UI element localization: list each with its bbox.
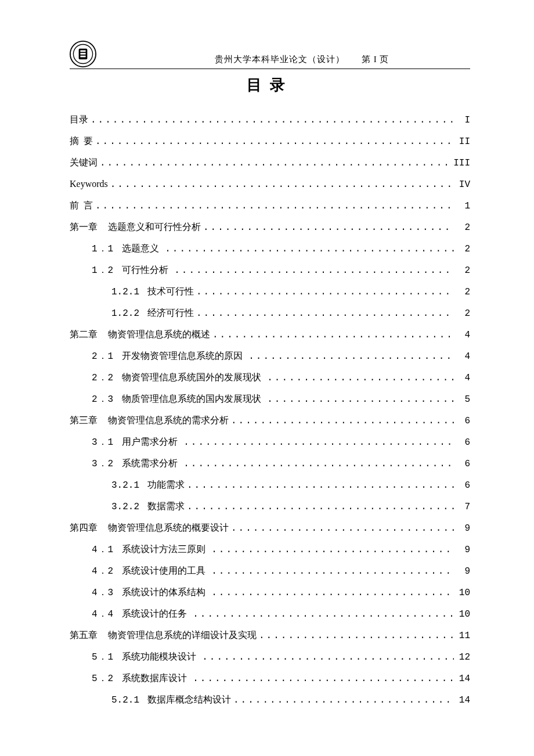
svg-rect-4: [80, 53, 85, 55]
toc-entry: 摘 要II: [70, 131, 470, 152]
toc-entry-number: 3.2.2: [111, 496, 139, 517]
toc-leader-dots: [194, 303, 454, 324]
toc-entry: 1．1选题意义2: [70, 238, 470, 260]
toc-entry-page: II: [454, 131, 470, 152]
toc-leader-dots: [200, 647, 454, 668]
toc-entry-page: 2: [454, 303, 470, 324]
toc-entry-label: 关键词: [70, 152, 98, 173]
toc-leader-dots: [209, 539, 454, 560]
toc-leader-dots: [265, 368, 454, 388]
toc-entry-number: 2．1: [92, 346, 114, 367]
toc-entry-page: 9: [454, 561, 470, 582]
toc-entry-number: 第一章: [70, 217, 98, 238]
toc-entry-label: 数据库概念结构设计: [147, 689, 231, 710]
toc-entry-page: 12: [454, 647, 470, 668]
toc-entry: 3.2.2数据需求7: [70, 496, 470, 517]
toc-leader-dots: [194, 282, 454, 303]
toc-entry-label: 系统设计使用的工具: [122, 560, 205, 581]
toc-entry: 1.2.1技术可行性2: [70, 281, 470, 303]
toc-leader-dots: [210, 325, 454, 345]
toc-entry-number: 4．3: [92, 582, 114, 603]
header-right: 第 I 页: [362, 55, 389, 64]
toc-entry-number: 第三章: [70, 411, 98, 431]
toc-entry-label: 开发物资管理信息系统的原因: [122, 345, 243, 366]
header-left: 贵州大学本科毕业论文（设计）: [215, 55, 345, 64]
toc-entry-label: 物资管理信息系统的概述: [108, 324, 210, 345]
toc-leader-dots: [246, 346, 454, 367]
toc-entry: 关键词III: [70, 152, 470, 174]
toc-entry-label: 经济可行性: [147, 303, 194, 323]
toc-entry-page: 2: [454, 260, 470, 281]
toc-entry-number: 5．1: [92, 647, 114, 668]
toc-entry-number: 3．2: [92, 453, 114, 474]
toc-entry-page: 6: [454, 453, 470, 474]
toc-entry-page: 5: [454, 389, 470, 410]
toc-entry-page: 4: [454, 368, 470, 388]
toc-entry-number: 5．2: [92, 668, 114, 689]
toc-entry: 5．1系统功能模块设计12: [70, 646, 470, 668]
toc-entry: 1.2.2经济可行性2: [70, 303, 470, 324]
toc-entry: 3.2.1功能需求6: [70, 474, 470, 496]
toc-leader-dots: [209, 582, 454, 603]
toc-leader-dots: [93, 196, 454, 217]
toc-entry-label: 物资管理信息系统国外的发展现状: [122, 367, 261, 388]
table-of-contents: 目录I摘 要II关键词IIIKeywordsIV前 言1第一章选题意义和可行性分…: [70, 109, 470, 711]
document-page: 贵州大学本科毕业论文（设计） 第 I 页 目录 目录I摘 要II关键词IIIKe…: [0, 0, 534, 756]
toc-entry: 2．1开发物资管理信息系统的原因4: [70, 345, 470, 367]
toc-leader-dots: [163, 239, 454, 260]
toc-entry-number: 3.2.1: [111, 475, 139, 496]
toc-entry-page: 9: [454, 518, 470, 539]
toc-entry-page: 11: [454, 625, 470, 646]
toc-entry-label: 物资管理信息系统的详细设计及实现: [108, 625, 257, 646]
toc-title: 目录: [70, 75, 470, 95]
toc-entry-label: 可行性分析: [122, 260, 168, 280]
toc-entry-label: 系统设计的体系结构: [122, 582, 205, 603]
toc-entry-number: 第五章: [70, 625, 98, 646]
svg-rect-3: [80, 51, 85, 52]
toc-leader-dots: [88, 110, 454, 131]
toc-entry: 第五章物资管理信息系统的详细设计及实现11: [70, 625, 470, 646]
toc-entry-number: 4．2: [92, 561, 114, 582]
toc-entry: 第四章物资管理信息系统的概要设计9: [70, 517, 470, 539]
toc-leader-dots: [190, 668, 454, 689]
toc-entry-number: 第四章: [70, 518, 98, 539]
toc-entry-number: 5.2.1: [111, 690, 139, 711]
toc-entry: 4．2系统设计使用的工具9: [70, 560, 470, 582]
toc-entry-label: 系统数据库设计: [122, 668, 187, 689]
toc-entry: 目录I: [70, 109, 470, 131]
toc-entry-label: 数据需求: [147, 496, 185, 517]
toc-leader-dots: [201, 217, 454, 238]
toc-entry-page: III: [453, 153, 470, 174]
toc-entry-page: 4: [454, 346, 470, 367]
toc-entry-page: 10: [454, 582, 470, 603]
toc-entry-label: 技术可行性: [147, 281, 194, 302]
toc-entry-page: 6: [454, 432, 470, 453]
toc-entry-page: 1: [454, 196, 470, 217]
toc-leader-dots: [265, 389, 454, 410]
toc-entry-page: 2: [454, 282, 470, 303]
toc-entry: 5．2系统数据库设计14: [70, 668, 470, 689]
toc-entry-number: 2．2: [92, 368, 114, 388]
toc-entry-label: Keywords: [70, 174, 108, 195]
toc-entry-label: 摘 要: [70, 131, 93, 152]
toc-entry-page: 14: [454, 668, 470, 689]
page-header: 贵州大学本科毕业论文（设计） 第 I 页: [70, 41, 470, 67]
toc-leader-dots: [257, 625, 454, 646]
toc-leader-dots: [209, 561, 454, 582]
header-divider: [70, 69, 470, 69]
toc-entry-label: 前 言: [70, 195, 93, 216]
toc-entry-label: 物质管理信息系统的国内发展现状: [122, 388, 261, 409]
toc-leader-dots: [181, 432, 454, 453]
toc-entry-label: 物资管理信息系统的概要设计: [108, 517, 229, 538]
toc-entry-number: 2．3: [92, 389, 114, 410]
toc-entry-label: 目录: [70, 109, 88, 130]
toc-entry-label: 选题意义和可行性分析: [108, 217, 201, 237]
toc-entry: 2．2物资管理信息系统国外的发展现状4: [70, 367, 470, 388]
toc-entry: 3．1用户需求分析6: [70, 431, 470, 453]
toc-entry: 4．4系统设计的任务10: [70, 603, 470, 625]
toc-entry-label: 用户需求分析: [122, 431, 178, 452]
toc-entry: 第三章物资管理信息系统的需求分析6: [70, 410, 470, 431]
toc-leader-dots: [98, 153, 453, 174]
svg-rect-5: [80, 56, 85, 57]
toc-entry-number: 1.2.2: [111, 303, 139, 324]
